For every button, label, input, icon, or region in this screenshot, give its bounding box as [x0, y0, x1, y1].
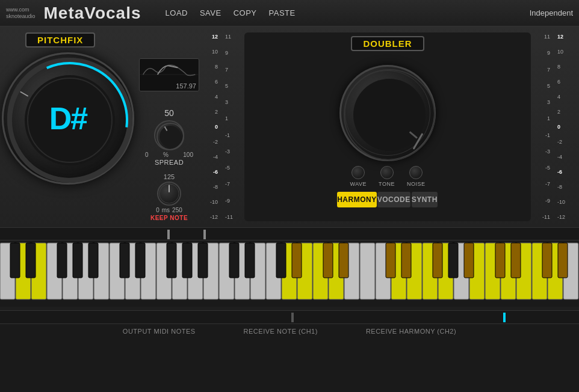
pitch-knob-container: D# — [2, 52, 134, 185]
svg-rect-75 — [511, 243, 521, 278]
nav-copy[interactable]: COPY — [234, 8, 257, 17]
keep-note-section: 125 0 ms 250 KEEP NOTE — [150, 173, 188, 221]
scale-n6: -6 — [201, 169, 218, 175]
doubler-main-knob[interactable] — [339, 65, 436, 161]
spread-knob[interactable] — [154, 120, 184, 150]
pitchfix-label: PITCHFIX — [25, 32, 95, 47]
scale-10: 10 — [201, 49, 218, 55]
spread-max: 100 — [183, 152, 193, 158]
doubler-body: WAVE TONE NOISE HARMONY VOCODE SYNTH — [249, 55, 526, 218]
svg-rect-39 — [360, 243, 375, 299]
scale-n10: -10 — [201, 199, 218, 205]
pitchfix-section: PITCHFIX — [7, 32, 194, 221]
svg-rect-69 — [386, 243, 395, 278]
app-title: MetaVocals — [44, 4, 141, 23]
inner-scale-3: 3 — [225, 99, 237, 105]
svg-rect-73 — [464, 243, 474, 278]
keep-note-label: KEEP NOTE — [150, 215, 188, 221]
doubler-section: DOUBLER WAVE — [244, 32, 531, 221]
spread-value: 50 — [164, 108, 174, 118]
wave-knob[interactable] — [351, 166, 365, 179]
right-vu-scale: 12 10 8 6 4 2 0 -2 -4 -6 -8 -10 -12 — [557, 32, 572, 221]
brand: www.comsknoteaudio — [6, 7, 36, 20]
bottom-scroll-indicator-right — [503, 313, 506, 322]
svg-rect-64 — [245, 243, 255, 278]
inner-scale-9: 9 — [225, 50, 237, 56]
svg-rect-63 — [229, 243, 239, 278]
scale-0: 0 — [201, 124, 218, 130]
inner-scale-n5: -5 — [225, 165, 237, 171]
footer-midi-out: OUTPUT MIDI NOTES — [123, 328, 196, 335]
svg-rect-77 — [558, 243, 568, 278]
inner-scale-7: 7 — [225, 67, 237, 73]
nav-load[interactable]: LOAD — [166, 8, 188, 17]
scale-6: 6 — [201, 79, 218, 85]
pitch-knob[interactable]: D# — [2, 52, 134, 185]
inner-scale-5: 5 — [225, 83, 237, 89]
svg-rect-66 — [292, 243, 302, 278]
keep-note-range: 0 ms 250 — [156, 207, 182, 213]
piano-svg[interactable] — [0, 240, 579, 307]
nav-paste[interactable]: PASTE — [269, 8, 296, 17]
spread-range: 0 % 100 — [145, 152, 193, 158]
scale-n4: -4 — [201, 154, 218, 160]
scale-4: 4 — [201, 94, 218, 100]
spread-percent: % — [163, 152, 169, 158]
inner-scale-n7: -7 — [225, 181, 237, 187]
inner-right-scale: 11 9 7 5 3 1 -1 -3 -5 -7 -9 -11 — [538, 32, 550, 221]
speed-value: 125 — [164, 173, 175, 180]
svg-rect-71 — [433, 243, 442, 278]
svg-rect-58 — [120, 243, 129, 278]
inner-scale-n3: -3 — [225, 149, 237, 155]
svg-point-10 — [159, 184, 179, 203]
header-nav: LOAD SAVE COPY PASTE — [166, 8, 530, 17]
svg-rect-59 — [135, 243, 145, 278]
tone-knob[interactable] — [380, 166, 394, 179]
svg-rect-54 — [26, 243, 36, 278]
keep-note-min: 0 — [156, 207, 159, 213]
plugin-body: PITCHFIX — [0, 26, 579, 227]
inner-scale-n1: -1 — [225, 132, 237, 138]
scale-12-top: 12 — [201, 34, 218, 40]
keyboard-wrapper — [0, 240, 579, 310]
keyboard-bottom-bar[interactable] — [0, 310, 579, 323]
tab-harmony[interactable]: HARMONY — [337, 192, 377, 207]
svg-rect-72 — [448, 243, 458, 278]
waveform-display: 157.97 — [139, 58, 199, 91]
tab-vocode[interactable]: VOCODE — [377, 192, 410, 207]
scale-n8: -8 — [201, 184, 218, 190]
svg-rect-74 — [495, 243, 505, 278]
svg-rect-55 — [57, 243, 67, 278]
waveform-frequency: 157.97 — [176, 82, 196, 90]
keep-note-max: 250 — [172, 207, 182, 213]
scale-n2: -2 — [201, 139, 218, 145]
doubler-mini-knobs: WAVE TONE NOISE — [350, 166, 426, 187]
svg-line-2 — [20, 92, 28, 97]
svg-rect-70 — [401, 243, 411, 278]
footer-receive-harmony: RECEIVE HARMONY (CH2) — [366, 328, 456, 335]
svg-rect-57 — [88, 243, 98, 278]
svg-rect-60 — [167, 243, 176, 278]
keyboard-top-bar[interactable] — [0, 227, 579, 240]
svg-rect-56 — [73, 243, 82, 278]
nav-save[interactable]: SAVE — [200, 8, 221, 17]
spread-area: 50 0 % 100 SPREAD — [145, 108, 193, 166]
header: www.comsknoteaudio MetaVocals LOAD SAVE … — [0, 0, 579, 26]
svg-point-8 — [159, 126, 181, 147]
wave-knob-item: WAVE — [350, 166, 367, 187]
noise-knob-item: NOISE — [407, 166, 426, 187]
scale-2: 2 — [201, 109, 218, 115]
status-text: Independent — [530, 8, 573, 17]
footer-receive-note: RECEIVE NOTE (CH1) — [244, 328, 318, 335]
noise-knob[interactable] — [409, 166, 423, 179]
doubler-header: DOUBLER — [249, 36, 526, 51]
keep-note-knob[interactable] — [157, 182, 181, 206]
inner-left-scale: 11 9 7 5 3 1 -1 -3 -5 -7 -9 -11 — [225, 32, 237, 221]
scroll-indicator-left — [167, 230, 170, 239]
keep-note-ms: ms — [162, 207, 170, 213]
spread-label: SPREAD — [155, 159, 184, 166]
tab-synth[interactable]: SYNTH — [412, 192, 438, 207]
doubler-tabs: HARMONY VOCODE SYNTH — [337, 192, 438, 207]
doubler-knob-area: WAVE TONE NOISE HARMONY VOCODE SYNTH — [249, 55, 526, 218]
inner-scale-11: 11 — [225, 34, 237, 40]
